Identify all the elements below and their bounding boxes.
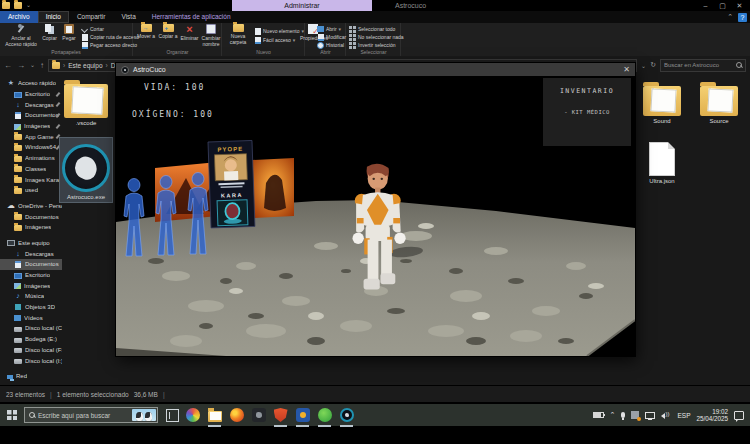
file-tile[interactable]: Astrocuco.exe (60, 138, 112, 202)
new-folder-button[interactable]: Nueva carpeta (225, 24, 251, 45)
refresh-icon[interactable]: ↻ (650, 61, 656, 69)
ribbon-tab[interactable]: Archivo (0, 11, 38, 23)
move-to-button[interactable]: → Mover a (135, 24, 157, 39)
language-indicator[interactable]: ESP (677, 412, 690, 419)
invert-selection-button[interactable]: Invertir selección (349, 41, 396, 49)
taskbar-app-button[interactable] (317, 408, 332, 423)
microphone-icon[interactable] (621, 412, 625, 418)
sidebar-item[interactable]: Red (0, 371, 62, 382)
copy-to-button[interactable]: + Copiar a (157, 24, 179, 39)
paste-shortcut-button[interactable]: Pegar acceso directo (81, 41, 137, 49)
battery-icon[interactable] (593, 412, 604, 418)
taskbar-app-button[interactable] (229, 408, 244, 423)
taskbar-app-button[interactable] (339, 408, 354, 423)
file-tile[interactable]: Ultra.json (636, 134, 688, 186)
sidebar-item[interactable]: Documentos (0, 110, 62, 121)
sidebar-item[interactable]: OneDrive - Personal (0, 201, 62, 212)
sidebar-item[interactable]: Images Kara (0, 174, 62, 185)
forward-icon[interactable]: → (17, 61, 25, 70)
close-button[interactable]: ✕ (731, 0, 748, 11)
explorer-search-box[interactable]: Buscar en Astrocuco (660, 59, 746, 72)
minimize-button[interactable]: – (697, 0, 714, 11)
volume-icon[interactable] (661, 411, 671, 419)
clock[interactable]: 19:02 25/04/2025 (696, 408, 728, 422)
ribbon-tab[interactable]: Vista (113, 11, 143, 23)
pin-to-quickaccess-button[interactable]: Anclar al Acceso rápido (4, 24, 38, 47)
taskbar-search[interactable]: Escribe aquí para buscar (24, 407, 158, 423)
taskbar-app-button[interactable] (207, 408, 222, 423)
open-button[interactable]: Abrir▾ (317, 25, 341, 33)
sidebar-item[interactable]: Imágenes (0, 280, 62, 291)
chevron-down-icon[interactable]: ⌄ (26, 1, 31, 10)
sidebar-item[interactable]: Vídeos (0, 312, 62, 323)
ribbon-tab[interactable]: Inicio (38, 11, 69, 23)
folder-icon[interactable] (2, 2, 10, 9)
notification-badge-icon[interactable] (631, 411, 639, 419)
sidebar-item[interactable]: Documentos (0, 211, 62, 222)
sidebar-item[interactable]: Música (0, 291, 62, 302)
breadcrumb-item[interactable]: Este equipo (68, 62, 102, 69)
recent-dropdown-icon[interactable]: ⌄ (30, 61, 35, 70)
file-tile[interactable]: Sound (636, 74, 688, 126)
sidebar-item-icon (14, 283, 21, 289)
sidebar-item[interactable]: Disco local (I:) (0, 355, 62, 366)
taskbar-app-button[interactable] (251, 408, 266, 423)
file-tile[interactable]: .vscode (60, 76, 112, 128)
ribbon-tab[interactable]: Compartir (69, 11, 114, 23)
sidebar-item[interactable]: Windows64 (0, 142, 62, 153)
ribbon-tab[interactable]: Herramientas de aplicación (144, 11, 239, 23)
copy-button[interactable]: Copiar (40, 24, 59, 41)
delete-button[interactable]: × Eliminar (179, 24, 200, 41)
sidebar-item[interactable]: Descargas (0, 99, 62, 110)
sidebar-item[interactable]: Escritorio (0, 89, 62, 100)
sidebar-item-label: OneDrive - Personal (18, 203, 62, 209)
select-all-button[interactable]: Seleccionar todo (349, 25, 395, 33)
sidebar-item[interactable]: Animations (0, 153, 62, 164)
sidebar-item[interactable]: App Game (0, 131, 62, 142)
sidebar-item[interactable]: Bodega (E:) (0, 334, 62, 345)
game-viewport[interactable]: PYOPE KARA (116, 76, 635, 356)
action-center-icon[interactable] (734, 411, 744, 420)
collapse-ribbon-icon[interactable]: ⌃ (727, 13, 733, 21)
taskbar-app-button[interactable] (295, 408, 310, 423)
file-tile[interactable]: Source (693, 74, 745, 126)
back-icon[interactable]: ← (4, 61, 12, 70)
sidebar-item[interactable]: Disco local (F:) (0, 345, 62, 356)
sidebar-item[interactable]: Escritorio (0, 270, 62, 281)
paste-button[interactable]: Pegar (60, 24, 78, 41)
address-dropdown-icon[interactable]: ⌄ (641, 62, 646, 69)
sidebar-item[interactable]: Disco local (C:) (0, 323, 62, 334)
sidebar-item-icon (14, 327, 22, 332)
up-icon[interactable]: ↑ (40, 61, 44, 70)
maximize-button[interactable]: ▢ (714, 0, 731, 11)
copy-folder-icon: + (163, 24, 174, 32)
sidebar-item[interactable]: Descargas (0, 248, 62, 259)
new-item-button[interactable]: Nuevo elemento▾ (254, 27, 304, 35)
search-highlight-image[interactable] (132, 409, 156, 421)
sidebar-item[interactable]: Acceso rápido (0, 78, 62, 89)
folder-icon[interactable] (14, 2, 22, 9)
taskbar-app-button[interactable] (273, 408, 288, 423)
task-view-icon[interactable] (166, 409, 179, 422)
history-button[interactable]: Historial (317, 41, 344, 49)
game-titlebar[interactable]: AstroCuco ✕ (116, 63, 635, 76)
sidebar-item[interactable]: Documentos (0, 259, 62, 270)
rename-button[interactable]: Cambiar nombre (200, 24, 222, 47)
help-icon[interactable]: ? (738, 13, 747, 22)
select-none-button[interactable]: No seleccionar nada (349, 33, 404, 41)
sidebar-item[interactable]: Objetos 3D (0, 302, 62, 313)
network-icon[interactable] (645, 412, 655, 419)
copy-path-button[interactable]: Copiar ruta de acceso (81, 33, 139, 41)
sidebar-item[interactable]: Este equipo (0, 238, 62, 249)
easy-access-button[interactable]: Fácil acceso▾ (254, 36, 295, 44)
sidebar-item[interactable]: Imágenes (0, 121, 62, 132)
game-close-button[interactable]: ✕ (623, 65, 630, 74)
edit-button[interactable]: Modificar (317, 33, 346, 41)
sidebar-item[interactable]: Classes (0, 164, 62, 175)
hidden-icons-chevron[interactable]: ⌃ (610, 411, 616, 419)
taskbar-app-button[interactable] (185, 408, 200, 423)
cut-button[interactable]: Cortar (81, 25, 104, 33)
sidebar-item[interactable]: used (0, 185, 62, 196)
start-button[interactable] (0, 404, 24, 426)
sidebar-item[interactable]: Imágenes (0, 222, 62, 233)
